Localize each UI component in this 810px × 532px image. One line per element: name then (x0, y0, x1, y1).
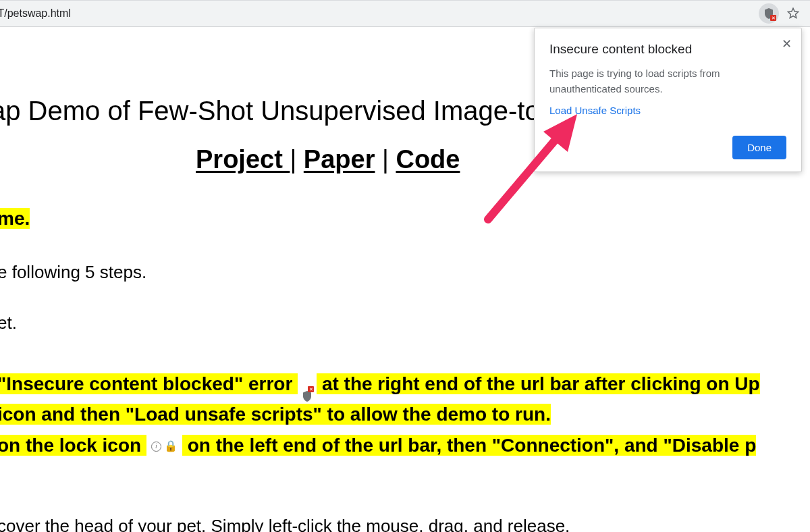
close-icon[interactable]: ✕ (782, 38, 792, 50)
shield-icon (764, 8, 774, 19)
nav-sep-1: | (290, 145, 303, 174)
code-link[interactable]: Code (396, 145, 460, 174)
text-fragment-cover: cover the head of your pet. Simply left-… (0, 516, 810, 532)
hl-text-1b: at the right end of the url bar after cl… (317, 373, 760, 394)
hl-text-2: icon and then "Load unsafe scripts" to a… (0, 404, 551, 425)
hl-text-3a: on the lock icon (0, 435, 146, 456)
text-fragment-me: me. (0, 208, 810, 230)
lock-icon: 🔒 (164, 437, 178, 455)
info-icon: i (151, 442, 161, 452)
hl-text-1a: "Insecure content blocked" error (0, 373, 298, 394)
paper-link[interactable]: Paper (304, 145, 375, 174)
load-unsafe-scripts-link[interactable]: Load Unsafe Scripts (549, 105, 641, 116)
url-text[interactable]: IT/petswap.html (0, 7, 71, 20)
shield-icon-inline (300, 377, 314, 394)
insecure-content-popup: ✕ Insecure content blocked This page is … (534, 28, 802, 172)
address-bar: IT/petswap.html (0, 0, 810, 27)
insecure-content-indicator[interactable] (759, 3, 779, 24)
text-fragment-steps: e following 5 steps. (0, 262, 810, 283)
text-fragment-et: et. (0, 313, 810, 334)
nav-sep-2: | (375, 145, 396, 174)
project-link[interactable]: Project (196, 145, 290, 174)
lock-info-icon-inline: i🔒 (149, 437, 180, 455)
done-button[interactable]: Done (732, 136, 786, 159)
popup-title: Insecure content blocked (549, 42, 786, 57)
popup-body: This page is trying to load scripts from… (549, 66, 786, 97)
highlighted-instructions: "Insecure content blocked" error at the … (0, 369, 810, 460)
bookmark-star-icon[interactable] (786, 6, 801, 21)
hl-text-3b: on the left end of the url bar, then "Co… (182, 435, 756, 456)
